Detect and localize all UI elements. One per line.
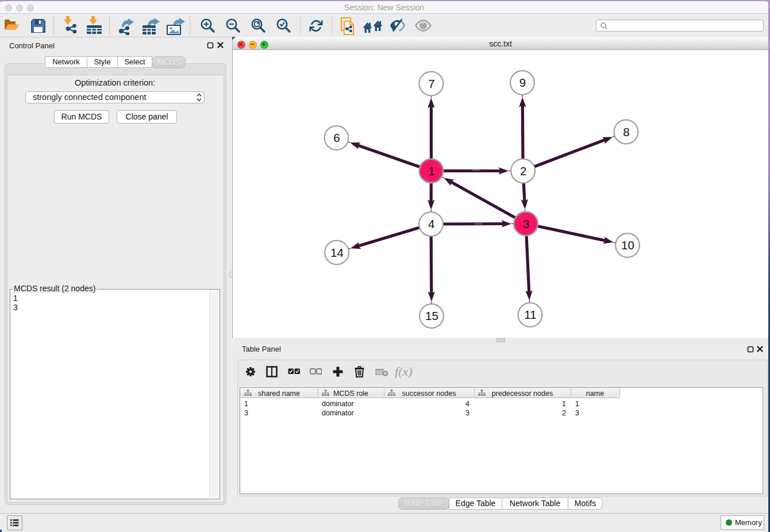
svg-text:11: 11 <box>524 308 536 321</box>
svg-text:3: 3 <box>523 217 529 230</box>
svg-text:10: 10 <box>621 238 634 252</box>
svg-text:2: 2 <box>520 164 526 178</box>
svg-text:15: 15 <box>425 309 438 322</box>
svg-text:1: 1 <box>428 164 434 178</box>
svg-text:9: 9 <box>519 76 526 89</box>
svg-text:4: 4 <box>428 217 434 230</box>
svg-text:6: 6 <box>333 131 340 144</box>
svg-text:7: 7 <box>428 77 434 90</box>
svg-text:8: 8 <box>623 125 629 138</box>
svg-text:14: 14 <box>330 246 344 259</box>
